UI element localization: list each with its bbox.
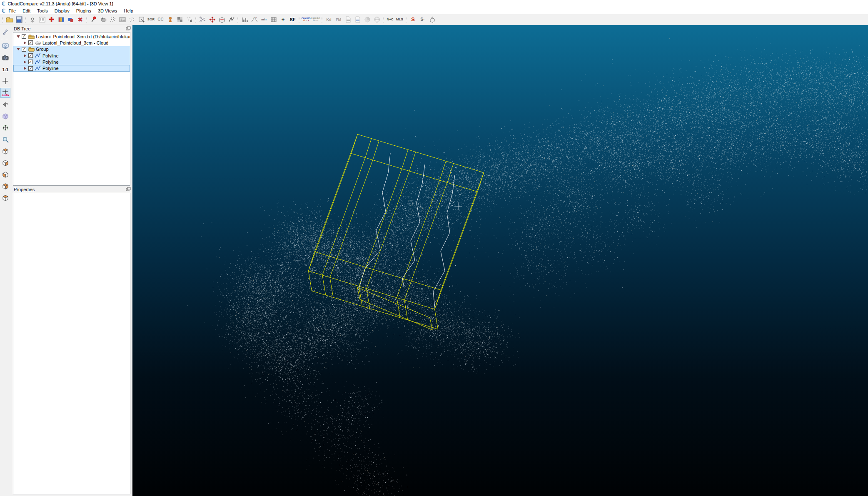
- file-shp-icon[interactable]: [343, 15, 353, 24]
- segment-scissors-icon[interactable]: [198, 15, 207, 24]
- tree-row-2[interactable]: ✓Group: [13, 46, 130, 52]
- primitive-factory-icon[interactable]: [27, 15, 37, 24]
- expand-icon[interactable]: [22, 60, 28, 64]
- canupo-classify-icon[interactable]: CANUPO⚙→▫: [311, 15, 320, 24]
- toolbar-grip: [382, 16, 384, 23]
- view-toolbar: 1:1auto: [0, 25, 11, 496]
- screenshot-camera-button[interactable]: [0, 53, 10, 63]
- pie-sphere-icon[interactable]: [362, 15, 372, 24]
- tree-row-5[interactable]: ✓Polyline: [13, 65, 130, 71]
- view-top-button[interactable]: [0, 146, 10, 156]
- visibility-checkbox[interactable]: ✓: [22, 47, 26, 52]
- cloud-add-icon[interactable]: [98, 15, 108, 24]
- add-sf-icon[interactable]: +: [278, 15, 288, 24]
- perspective-cube-button[interactable]: [0, 111, 10, 121]
- expand-icon[interactable]: [22, 67, 28, 70]
- toolbar-grip: [321, 16, 323, 23]
- translate-rotate-icon[interactable]: [207, 15, 217, 24]
- mls-smooth-icon[interactable]: MLS: [395, 15, 404, 24]
- canupo-create-icon[interactable]: CANUPO⚙→▪: [301, 15, 311, 24]
- noise-filter-icon[interactable]: [185, 15, 194, 24]
- visibility-checkbox[interactable]: ✓: [28, 40, 33, 45]
- tree-row-0[interactable]: ✓Lastoni_Pointcloud_3cm.txt (D:/hlukacic…: [13, 33, 130, 40]
- auto-pick-center-button[interactable]: auto: [0, 88, 10, 98]
- visibility-checkbox[interactable]: ✓: [22, 34, 26, 39]
- tree-row-3[interactable]: ✓Polyline: [13, 52, 130, 59]
- properties-float-icon[interactable]: [126, 187, 131, 192]
- db-tree-float-icon[interactable]: [126, 26, 131, 31]
- clipping-box-icon[interactable]: [217, 15, 227, 24]
- visibility-checkbox[interactable]: ✓: [28, 66, 33, 71]
- tree-item-label: Lastoni_Pointcloud_3cm - Cloud: [42, 40, 108, 45]
- min-box-icon[interactable]: min: [259, 15, 269, 24]
- 3d-viewport[interactable]: [132, 25, 868, 496]
- menu-edit[interactable]: Edit: [19, 8, 34, 14]
- cloud-cloud-distance-icon[interactable]: CC: [156, 15, 165, 24]
- view-left-button[interactable]: [0, 169, 10, 179]
- expand-icon[interactable]: [22, 41, 28, 45]
- checker-icon[interactable]: [175, 15, 185, 24]
- apply-colors-icon[interactable]: [56, 15, 66, 24]
- view-front-button[interactable]: [0, 158, 10, 168]
- view-bottom-button[interactable]: [0, 193, 10, 203]
- menu-file[interactable]: File: [5, 8, 19, 14]
- sor-filter-icon[interactable]: SOR: [146, 15, 156, 24]
- previous-view-button[interactable]: [0, 100, 10, 110]
- open-icon[interactable]: [5, 15, 14, 24]
- db-tree-title: DB Tree: [14, 26, 30, 31]
- tree-row-4[interactable]: ✓Polyline: [13, 59, 130, 65]
- trace-polyline-icon[interactable]: [227, 15, 236, 24]
- spline-red-icon[interactable]: S: [408, 15, 418, 24]
- tree-item-label: Polyline: [42, 53, 59, 58]
- properties-list-icon[interactable]: [37, 15, 47, 24]
- toolbar-grip: [237, 16, 239, 23]
- expand-icon[interactable]: [22, 54, 28, 57]
- spline-dot-icon[interactable]: S·: [418, 15, 427, 24]
- point-picking-icon[interactable]: [89, 15, 98, 24]
- toolbar-grip: [86, 16, 88, 23]
- app-logo-icon: ℂ: [2, 1, 5, 6]
- zoom-magnifier-button[interactable]: [0, 135, 10, 145]
- histogram-icon[interactable]: [240, 15, 249, 24]
- menu-tools[interactable]: Tools: [34, 8, 51, 14]
- delete-icon[interactable]: ✖: [75, 15, 85, 24]
- fast-marching-icon[interactable]: FM: [334, 15, 343, 24]
- tree-row-1[interactable]: ✓Lastoni_Pointcloud_3cm - Cloud: [13, 40, 130, 46]
- menu-display[interactable]: Display: [51, 8, 73, 14]
- viewport-canvas[interactable]: [132, 25, 868, 496]
- dock-panels: DB Tree ✓Lastoni_Pointcloud_3cm.txt (D:/…: [11, 25, 132, 496]
- collapse-icon[interactable]: [15, 35, 22, 38]
- merge-icon[interactable]: ✚: [47, 15, 56, 24]
- menu-3d-views[interactable]: 3D Views: [95, 8, 120, 14]
- visibility-checkbox[interactable]: ✓: [28, 60, 33, 64]
- toolbar-grip: [195, 16, 197, 23]
- stat-table-icon[interactable]: [269, 15, 278, 24]
- collapse-icon[interactable]: [15, 48, 22, 50]
- crop-icon[interactable]: [137, 15, 146, 24]
- pawn-sample-icon[interactable]: [165, 15, 175, 24]
- zoom-1-1-button[interactable]: 1:1: [0, 65, 10, 75]
- sparse-dots-icon[interactable]: [127, 15, 137, 24]
- file-csf-icon[interactable]: [353, 15, 362, 24]
- title-bar: ℂ CloudCompare v2.11.3 (Anoia) [64-bit] …: [0, 0, 868, 7]
- display-settings-button[interactable]: [0, 41, 10, 51]
- export-box-icon[interactable]: [427, 15, 437, 24]
- toolbar-grip: [2, 16, 4, 23]
- menu-plugins[interactable]: Plugins: [73, 8, 95, 14]
- pen-tool-button[interactable]: [0, 27, 10, 37]
- save-icon[interactable]: [14, 15, 24, 24]
- view-back-button[interactable]: [0, 181, 10, 191]
- raster-icon[interactable]: [117, 15, 127, 24]
- scalar-field-icon[interactable]: SF: [288, 15, 297, 24]
- kd-tree-icon[interactable]: Kd: [324, 15, 334, 24]
- set-pivot-cross-button[interactable]: [0, 76, 10, 86]
- globe-mesh-icon[interactable]: [372, 15, 382, 24]
- gaussian-curve-icon[interactable]: μ,σ: [249, 15, 259, 24]
- visibility-checkbox[interactable]: ✓: [28, 53, 33, 58]
- scatter-points-icon[interactable]: [108, 15, 117, 24]
- pan-mode-button[interactable]: [0, 123, 10, 133]
- menu-help[interactable]: Help: [120, 8, 137, 14]
- normals-compute-icon[interactable]: N+C: [385, 15, 395, 24]
- clone-icon[interactable]: [66, 15, 75, 24]
- window-title: CloudCompare v2.11.3 (Anoia) [64-bit] - …: [7, 1, 113, 6]
